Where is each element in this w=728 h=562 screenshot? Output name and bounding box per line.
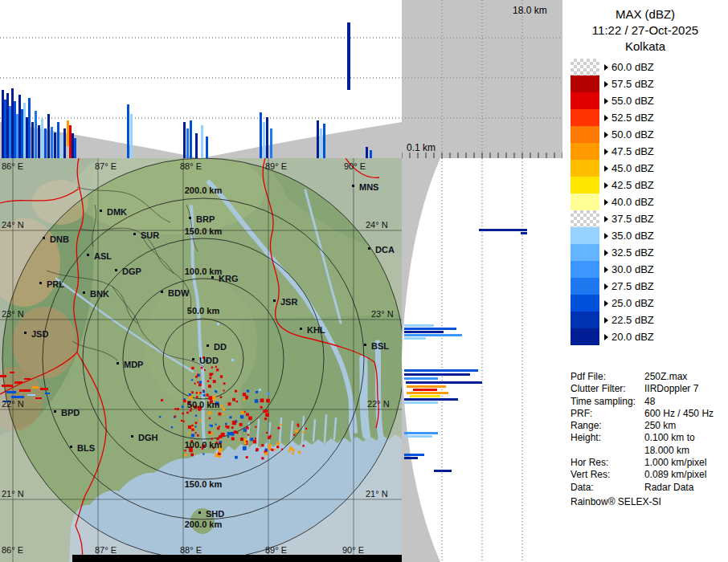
- echo-bar: [28, 98, 31, 158]
- echo-speckle: [239, 423, 243, 426]
- info-value: 600 Hz / 450 Hz: [644, 408, 714, 420]
- swatch-arrow-icon: [604, 182, 608, 189]
- echo-speckle: [198, 374, 200, 377]
- echo-speckle: [196, 396, 198, 398]
- swatch-arrow-icon: [604, 300, 608, 307]
- echo-speckle: [189, 393, 191, 396]
- city-label: BNK: [90, 289, 109, 299]
- echo-speckle: [246, 413, 249, 417]
- echo-bar: [23, 103, 26, 158]
- echo-speckle: [276, 446, 279, 448]
- info-label: Data:: [571, 482, 644, 494]
- city-label: DMK: [107, 207, 127, 217]
- echo-speckle: [223, 413, 224, 415]
- echo-speckle: [198, 384, 202, 387]
- city-label: DGP: [122, 267, 141, 276]
- city-label: KRG: [219, 274, 238, 283]
- yz-projection-panel[interactable]: [402, 158, 562, 562]
- echo-speckle: [220, 396, 223, 398]
- dbz-label: 25.0 dBZ: [611, 297, 654, 309]
- swatch-arrow-icon: [604, 98, 608, 104]
- city-label: ASL: [94, 251, 112, 261]
- echo-speckle: [247, 389, 249, 392]
- echo-dot: [256, 391, 258, 393]
- echo-speckle: [292, 453, 294, 455]
- echo-speckle: [201, 367, 203, 369]
- swatch-arrow-icon: [604, 283, 608, 290]
- echo-speckle: [264, 452, 268, 455]
- echo-speckle: [223, 389, 225, 391]
- range-ring-label: 150.0 km: [185, 479, 223, 489]
- echo-speckle: [184, 450, 186, 451]
- legend-entry: 47.5 dBZ: [571, 143, 728, 160]
- legend-entry: 25.0 dBZ: [571, 295, 728, 312]
- echo-bar: [21, 109, 23, 158]
- dbz-swatch: [571, 244, 599, 261]
- dbz-label: 40.0 dBZ: [611, 196, 654, 208]
- lon-label: 89° E: [265, 161, 287, 171]
- echo-bar: [186, 128, 189, 158]
- echo-streak: [6, 391, 16, 393]
- info-row: Data:Radar Data: [571, 482, 725, 494]
- echo-speckle: [191, 429, 194, 431]
- software-brand: Rainbow® SELEX-SI: [571, 496, 661, 507]
- info-value: 0.100 km to: [644, 432, 695, 444]
- echo-bar: [9, 106, 11, 158]
- echo-speckle: [195, 432, 197, 434]
- city-marker: [364, 344, 366, 346]
- info-value: 250 km: [644, 420, 676, 432]
- info-label: Hor Res:: [571, 457, 644, 469]
- echo-speckle: [227, 432, 231, 435]
- echo-speckle: [264, 417, 267, 420]
- map-edge-band: [72, 555, 402, 562]
- dbz-label: 20.0 dBZ: [611, 331, 654, 343]
- echo-speckle: [195, 422, 198, 424]
- city-marker: [133, 233, 136, 235]
- echo-speckle: [261, 457, 264, 459]
- city-marker: [117, 362, 119, 364]
- echo-speckle: [174, 415, 176, 417]
- echo-bar: [404, 331, 444, 333]
- echo-speckle: [208, 431, 211, 434]
- echo-bar: [31, 122, 34, 158]
- dbz-swatch: [571, 143, 599, 160]
- echo-bar: [404, 432, 438, 434]
- echo-speckle: [208, 412, 211, 415]
- scan-datetime: 11:22 / 27-Oct-2025: [562, 22, 728, 39]
- lon-label: 88° E: [180, 545, 202, 555]
- echo-bar: [410, 395, 440, 397]
- info-label: PRF:: [571, 408, 644, 420]
- echo-bar: [266, 117, 268, 158]
- echo-speckle: [191, 367, 194, 369]
- echo-speckle: [209, 417, 211, 419]
- echo-speckle: [211, 367, 213, 369]
- legend-entry: 50.0 dBZ: [571, 126, 728, 143]
- dbz-label: 32.5 dBZ: [611, 246, 654, 259]
- range-ring-label: 150.0 km: [185, 226, 223, 236]
- echo-speckle: [191, 425, 194, 427]
- echo-speckle: [194, 426, 196, 427]
- echo-dot: [268, 393, 270, 395]
- echo-speckle: [227, 436, 229, 438]
- echo-speckle: [240, 415, 243, 418]
- echo-bar: [404, 373, 470, 376]
- dbz-label: 50.0 dBZ: [611, 128, 654, 140]
- echo-bar: [26, 117, 28, 158]
- echo-bar: [11, 88, 14, 158]
- legend-entry: 60.0 dBZ: [571, 59, 728, 75]
- echo-bar: [4, 100, 6, 158]
- info-row: Clutter Filter:IIRDoppler 7: [571, 383, 725, 395]
- echo-speckle: [182, 405, 184, 408]
- dbz-swatch: [571, 328, 599, 345]
- city-marker: [87, 254, 89, 256]
- radar-map-panel[interactable]: 86° E87° E88° E89° E90° E86° E87° E88° E…: [0, 158, 402, 562]
- echo-bar: [47, 114, 50, 158]
- legend-entry: 45.0 dBZ: [571, 160, 728, 177]
- echo-speckle: [236, 401, 238, 402]
- xz-projection-panel[interactable]: [0, 0, 402, 158]
- echo-speckle: [243, 393, 246, 396]
- city-marker: [352, 185, 354, 187]
- echo-speckle: [246, 441, 248, 443]
- city-label: KHL: [307, 325, 325, 335]
- legend-entry: 52.5 dBZ: [571, 109, 728, 126]
